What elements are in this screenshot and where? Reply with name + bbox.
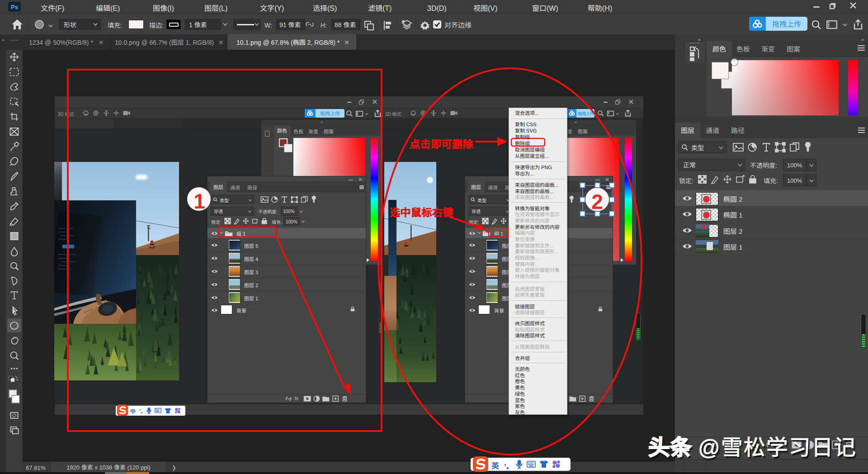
svg-text:fx: fx	[295, 395, 299, 402]
